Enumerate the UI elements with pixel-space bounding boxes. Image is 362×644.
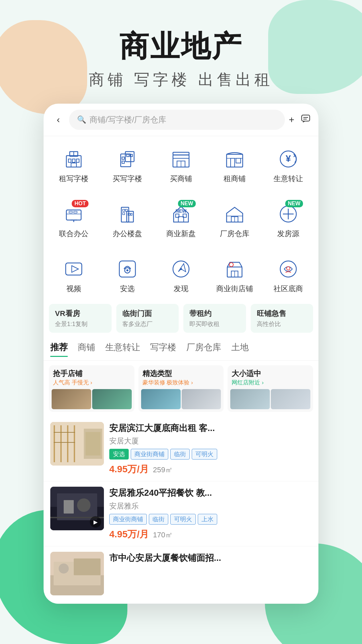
badge-new-commercial: NEW <box>178 200 196 207</box>
promo-card-selected-type-title: 精选类型 <box>142 369 220 379</box>
listing-1-info: 安居滨江大厦底商出租 客... 安居大厦 安选 商业街商铺 临街 可明火 4.9… <box>109 422 312 476</box>
back-button[interactable]: ‹ <box>52 114 65 125</box>
cat-anxuan-icon-wrap <box>115 257 139 281</box>
svg-rect-29 <box>69 211 72 213</box>
cat-office-building-label: 办公楼盘 <box>113 229 142 239</box>
cat-rent-shop-label: 租商铺 <box>224 174 246 184</box>
listing-item-3[interactable]: 市中心安居大厦餐饮铺面招... <box>44 546 318 604</box>
svg-point-81 <box>59 564 69 574</box>
svg-rect-64 <box>54 425 55 462</box>
feat-tag-urgent-sell[interactable]: 旺铺急售 高性价比 <box>251 304 313 333</box>
promo-card-grab-shop-sub: 人气高 手慢无 › <box>53 379 130 386</box>
chat-button[interactable] <box>301 114 310 125</box>
tab-warehouse[interactable]: 厂房仓库 <box>186 341 221 357</box>
cat-rent-shop[interactable]: 租商铺 <box>208 143 261 188</box>
cat-video[interactable]: 视频 <box>47 253 101 298</box>
feat-tag-vr[interactable]: VR看房 全景1:1复制 <box>49 304 112 333</box>
promo-cards-row: 抢手店铺 人气高 手慢无 › 精选类型 豪华装修 极致体验 › 大小适中 网 <box>44 361 318 417</box>
listing-2-play-button[interactable]: ▶ <box>90 516 101 528</box>
cat-post-source[interactable]: NEW 发房源 <box>261 198 315 243</box>
tag-2-street-shop: 商业街商铺 <box>109 514 147 525</box>
feat-tag-with-rent[interactable]: 带租约 即买即收租 <box>183 304 246 333</box>
cat-warehouse[interactable]: 厂房仓库 <box>208 198 261 243</box>
promo-img-3 <box>141 389 181 409</box>
svg-point-53 <box>126 269 128 271</box>
cat-post-source-label: 发房源 <box>277 229 299 239</box>
promo-img-5 <box>230 389 270 409</box>
tab-transfer[interactable]: 生意转让 <box>105 341 140 357</box>
svg-point-61 <box>280 261 296 277</box>
listing-3-thumb <box>50 552 104 595</box>
svg-rect-22 <box>231 158 235 167</box>
tab-office[interactable]: 写字楼 <box>150 341 176 357</box>
cat-warehouse-icon-wrap <box>223 202 247 226</box>
cat-discover-label: 发现 <box>174 284 188 294</box>
svg-point-58 <box>229 263 233 267</box>
promo-card-right-size-sub: 网红店附近 › <box>232 379 309 386</box>
listing-1-thumb <box>50 422 104 466</box>
svg-rect-67 <box>74 425 75 462</box>
tab-land[interactable]: 土地 <box>231 341 249 357</box>
feat-tag-vr-title: VR看房 <box>55 309 106 319</box>
feat-tag-vr-sub: 全景1:1复制 <box>55 320 106 328</box>
listing-item-2[interactable]: ▶ 安居雅乐240平招餐饮 教... 安居雅乐 商业街商铺 临街 可明火 上水 … <box>44 481 318 546</box>
svg-point-62 <box>287 267 290 270</box>
tab-recommend[interactable]: 推荐 <box>50 341 68 357</box>
cat-office-building[interactable]: 办公楼盘 <box>101 198 154 243</box>
cat-buy-shop-label: 买商铺 <box>170 174 192 184</box>
listing-3-title: 市中心安居大厦餐饮铺面招... <box>109 552 312 564</box>
svg-rect-8 <box>76 159 79 162</box>
listing-1-title: 安居滨江大厦底商出租 客... <box>109 422 312 434</box>
category-grid-row3: 视频 安选 发现 <box>44 246 318 301</box>
cat-cowork[interactable]: HOT 联合办公 <box>47 198 101 243</box>
search-icon: 🔍 <box>77 115 86 124</box>
cat-commercial-new[interactable]: NEW NEW 商业新盘 <box>154 198 208 243</box>
feat-tag-with-rent-title: 带租约 <box>189 309 240 319</box>
svg-rect-51 <box>119 261 135 277</box>
listing-item-1[interactable]: 安居滨江大厦底商出租 客... 安居大厦 安选 商业街商铺 临街 可明火 4.9… <box>44 417 318 481</box>
cat-anxuan[interactable]: 安选 <box>101 253 154 298</box>
search-placeholder: 商铺/写字楼/厂房仓库 <box>89 114 166 125</box>
cat-buy-shop[interactable]: 买商铺 <box>154 143 208 188</box>
header-section: 商业地产 商铺 写字楼 出售出租 <box>0 0 362 104</box>
tag-2-street-facing: 临街 <box>149 514 168 525</box>
top-bar-actions: + <box>289 114 310 125</box>
cat-post-source-icon-wrap: NEW <box>276 202 300 226</box>
cat-buy-office-icon-wrap <box>115 147 139 171</box>
category-grid-row1: 租写字楼 买写字楼 <box>44 136 318 191</box>
feat-tag-street-front[interactable]: 临街门面 客多业态厂 <box>116 304 179 333</box>
promo-card-right-size-header: 大小适中 网红店附近 › <box>228 365 313 388</box>
listing-1-price-row: 4.95万/月 259㎡ <box>109 463 312 476</box>
feat-tag-street-front-sub: 客多业态厂 <box>122 320 173 328</box>
svg-text:NEW: NEW <box>176 208 187 214</box>
svg-rect-69 <box>54 442 75 443</box>
cat-community-shop[interactable]: 社区底商 <box>261 253 315 298</box>
svg-text:¥: ¥ <box>286 153 291 164</box>
promo-card-grab-shop-title: 抢手店铺 <box>53 369 130 379</box>
cat-rent-office[interactable]: 租写字楼 <box>47 143 101 188</box>
search-bar[interactable]: 🔍 商铺/写字楼/厂房仓库 <box>69 110 285 130</box>
svg-rect-39 <box>131 213 132 215</box>
svg-rect-34 <box>127 211 133 222</box>
tag-open-fire: 可明火 <box>192 449 217 460</box>
cat-street-shops[interactable]: 商业街店铺 <box>208 253 261 298</box>
svg-point-76 <box>77 498 90 512</box>
svg-rect-0 <box>302 115 310 121</box>
promo-card-selected-type[interactable]: 精选类型 豪华装修 极致体验 › <box>138 365 224 412</box>
badge-new-post: NEW <box>285 200 303 207</box>
tab-shops[interactable]: 商铺 <box>78 341 95 357</box>
svg-rect-68 <box>54 432 75 433</box>
svg-rect-35 <box>123 209 125 211</box>
cat-buy-office[interactable]: 买写字楼 <box>101 143 154 188</box>
cat-discover[interactable]: 发现 <box>154 253 208 298</box>
svg-rect-82 <box>74 558 101 575</box>
promo-card-grab-shop[interactable]: 抢手店铺 人气高 手慢无 › <box>49 365 134 412</box>
svg-rect-13 <box>122 161 124 163</box>
cat-transfer-biz[interactable]: ¥ 生意转让 <box>261 143 315 188</box>
promo-card-right-size[interactable]: 大小适中 网红店附近 › <box>228 365 313 412</box>
listing-1-area: 259㎡ <box>153 465 173 475</box>
promo-img-4 <box>182 389 221 409</box>
cat-transfer-biz-label: 生意转让 <box>274 174 303 184</box>
promo-card-right-size-imgs <box>228 388 313 412</box>
add-button[interactable]: + <box>289 114 294 125</box>
